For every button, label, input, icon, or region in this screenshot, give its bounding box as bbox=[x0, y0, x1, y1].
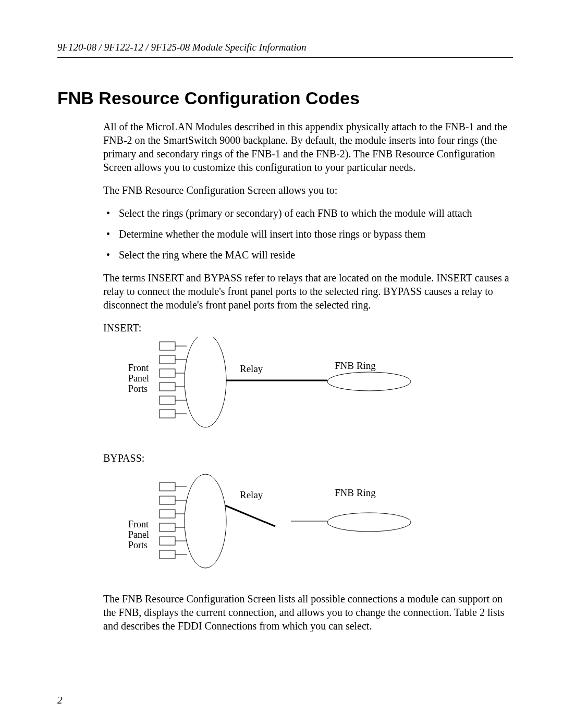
bullet-item-1: Select the rings (primary or secondary) … bbox=[103, 206, 513, 220]
fnb-ring-label: FNB Ring bbox=[335, 360, 376, 371]
svg-point-12 bbox=[185, 337, 226, 427]
svg-rect-16 bbox=[160, 496, 175, 504]
svg-rect-4 bbox=[160, 396, 175, 404]
bypass-label: BYPASS: bbox=[103, 451, 513, 465]
front-panel-ports-label: Front Panel Ports bbox=[128, 363, 152, 394]
svg-rect-18 bbox=[160, 523, 175, 532]
insert-label: INSERT: bbox=[103, 321, 513, 335]
svg-rect-3 bbox=[160, 382, 175, 391]
paragraph-2: The FNB Resource Configuration Screen al… bbox=[103, 183, 513, 197]
insert-diagram-block: INSERT: bbox=[103, 321, 513, 441]
bullet-item-2: Determine whether the module will insert… bbox=[103, 227, 513, 241]
bullet-item-3: Select the ring where the MAC will resid… bbox=[103, 248, 513, 262]
body-content: All of the MicroLAN Modules described in… bbox=[103, 120, 513, 633]
svg-rect-15 bbox=[160, 483, 175, 491]
svg-rect-19 bbox=[160, 537, 175, 545]
relay-label-2: Relay bbox=[240, 489, 263, 500]
paragraph-4: The FNB Resource Configuration Screen li… bbox=[103, 592, 513, 633]
svg-point-14 bbox=[327, 372, 411, 391]
paragraph-1: All of the MicroLAN Modules described in… bbox=[103, 120, 513, 174]
document-page: 9F120-08 / 9F122-12 / 9F125-08 Module Sp… bbox=[0, 0, 563, 728]
bypass-diagram: Front Panel Ports Relay FNB Ring bbox=[103, 467, 468, 582]
svg-point-30 bbox=[327, 513, 411, 532]
bullet-list: Select the rings (primary or secondary) … bbox=[103, 206, 513, 262]
svg-rect-5 bbox=[160, 410, 175, 418]
svg-rect-2 bbox=[160, 369, 175, 377]
fnb-ring-label-2: FNB Ring bbox=[335, 487, 376, 498]
page-title: FNB Resource Configuration Codes bbox=[57, 88, 513, 108]
svg-rect-20 bbox=[160, 550, 175, 559]
paragraph-3: The terms INSERT and BYPASS refer to rel… bbox=[103, 271, 513, 312]
front-panel-ports-label-2: Front Panel Ports bbox=[128, 519, 152, 550]
page-header: 9F120-08 / 9F122-12 / 9F125-08 Module Sp… bbox=[57, 42, 513, 58]
svg-rect-17 bbox=[160, 510, 175, 518]
svg-rect-0 bbox=[160, 342, 175, 350]
svg-point-27 bbox=[185, 474, 226, 568]
page-number: 2 bbox=[57, 695, 63, 706]
bypass-diagram-block: BYPASS: bbox=[103, 451, 513, 582]
svg-rect-1 bbox=[160, 355, 175, 364]
insert-diagram: Front Panel Ports Relay FNB Ring bbox=[103, 337, 468, 441]
relay-label: Relay bbox=[240, 363, 263, 374]
svg-line-28 bbox=[225, 505, 275, 526]
